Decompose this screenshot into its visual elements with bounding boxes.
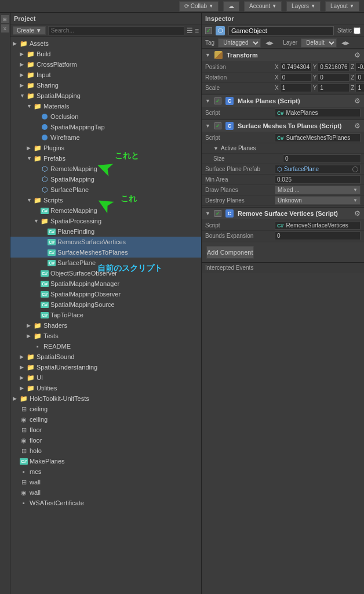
tree-item-spatialprocessing[interactable]: ▼📁SpatialProcessing xyxy=(10,216,201,226)
tree-item-wsatestcertificate[interactable]: ▪WSATestCertificate xyxy=(10,498,201,508)
tree-item-utilities[interactable]: ▶📁Utilities xyxy=(10,383,201,393)
tree-item-sharing[interactable]: ▶📁Sharing xyxy=(10,80,201,90)
surface-plane-prefab-ref[interactable]: ⬡ SurfacePlane xyxy=(275,165,361,173)
cloud-button[interactable]: ☁ xyxy=(223,1,239,12)
tree-item-wall2[interactable]: ◉wall xyxy=(10,487,201,498)
pos-y-input[interactable] xyxy=(318,63,350,71)
left-sidebar: ⊞ X xyxy=(0,13,10,594)
tree-icon-shaders: 📁 xyxy=(34,321,42,329)
rot-y-input[interactable] xyxy=(318,73,350,82)
tree-item-floor2[interactable]: ◉floor xyxy=(10,435,201,446)
surfacemeshestoplanes-settings-icon[interactable]: ⚙ xyxy=(354,122,361,130)
account-button[interactable]: Account ▼ xyxy=(244,1,282,12)
tree-icon-floor2: ◉ xyxy=(20,436,28,444)
tree-item-objectsurfaceobserver[interactable]: C#ObjectSurfaceObserver xyxy=(10,268,201,278)
surfacemeshestoplanes-checkbox[interactable]: ✓ xyxy=(214,122,221,129)
tree-item-removesurfacevertices[interactable]: C#RemoveSurfaceVertices xyxy=(10,237,201,247)
pos-z-input[interactable] xyxy=(355,63,364,71)
makeplanes-header[interactable]: ▼ ✓ C Make Planes (Script) ⚙ xyxy=(202,95,364,107)
tree-item-surfaceplane_prefab[interactable]: ⬡SurfacePlane xyxy=(10,184,201,195)
collab-button[interactable]: ⟳ Collab ▼ xyxy=(179,1,219,12)
tree-item-mcs[interactable]: ▪mcs xyxy=(10,466,201,477)
removesurfacevertices-header[interactable]: ▼ ✓ C Remove Surface Vertices (Script) ⚙ xyxy=(202,208,364,219)
rot-z-input[interactable] xyxy=(355,73,364,82)
scale-x-input[interactable] xyxy=(280,84,312,92)
tree-item-occlusion[interactable]: Occlusion xyxy=(10,111,201,122)
layer-select[interactable]: Default xyxy=(301,38,337,48)
tree-item-ui[interactable]: ▶📁UI xyxy=(10,372,201,383)
tree-item-ceiling1[interactable]: ⊞ceiling xyxy=(10,404,201,414)
min-area-input[interactable] xyxy=(275,175,361,184)
removesurfacevertices-script-ref[interactable]: C# RemoveSurfaceVertices xyxy=(275,221,361,230)
tree-item-surfacemeshestoplanes[interactable]: C#SurfaceMeshesToPlanes xyxy=(10,247,201,258)
tree-item-surfaceplane_script[interactable]: C#SurfacePlane xyxy=(10,258,201,268)
tree-label-wsatestcertificate: WSATestCertificate xyxy=(30,499,84,506)
tree-item-wall1[interactable]: ⊞wall xyxy=(10,477,201,487)
tree-item-taptoplace[interactable]: C#TapToPlace xyxy=(10,310,201,320)
tree-item-spatialmappingobserver[interactable]: C#SpatialMappingObserver xyxy=(10,289,201,299)
removesurfacevertices-checkbox[interactable]: ✓ xyxy=(214,210,221,217)
tree-item-build[interactable]: ▶📁Build xyxy=(10,49,201,59)
scale-z-input[interactable] xyxy=(355,84,364,92)
search-input[interactable] xyxy=(48,26,184,35)
tree-item-shaders[interactable]: ▶📁Shaders xyxy=(10,320,201,331)
add-component-button[interactable]: Add Component xyxy=(206,246,254,259)
tree-item-materials[interactable]: ▼📁Materials xyxy=(10,101,201,111)
tree-item-remotemapping_script[interactable]: C#RemoteMapping xyxy=(10,205,201,216)
tree-item-floor1[interactable]: ⊞floor xyxy=(10,425,201,435)
makeplanes-script-ref[interactable]: C# MakePlanes xyxy=(275,108,361,117)
tree-item-crossplatform[interactable]: ▶📁CrossPlatform xyxy=(10,59,201,70)
tree-item-plugins[interactable]: ▶📁Plugins xyxy=(10,143,201,153)
destroy-planes-dropdown[interactable]: Unknown ▼ xyxy=(275,196,361,205)
size-input[interactable] xyxy=(283,154,361,163)
tree-item-spatialmappingsource[interactable]: C#SpatialMappingSource xyxy=(10,299,201,310)
rot-x-input[interactable] xyxy=(280,73,312,82)
tree-item-spatialmapping_prefab[interactable]: ⬡SpatialMapping xyxy=(10,174,201,184)
tree-item-input[interactable]: ▶📁Input xyxy=(10,70,201,80)
tree-item-wireframe[interactable]: Wireframe xyxy=(10,132,201,143)
tree-item-spatialmapping[interactable]: ▼📁SpatialMapping xyxy=(10,90,201,101)
tree-item-spatialmappingmanager[interactable]: C#SpatialMappingManager xyxy=(10,278,201,289)
tree-item-ceiling2[interactable]: ◉ceiling xyxy=(10,414,201,425)
surfacemeshestoplanes-script-ref[interactable]: C# SurfaceMeshesToPlanes xyxy=(275,133,361,142)
filter-icon[interactable]: ≡ xyxy=(195,27,199,35)
size-row: Size xyxy=(202,154,364,164)
static-checkbox[interactable] xyxy=(354,27,361,34)
create-button[interactable]: Create ▼ xyxy=(13,26,46,35)
makeplanes-settings-icon[interactable]: ⚙ xyxy=(354,97,361,105)
makeplanes-checkbox[interactable]: ✓ xyxy=(214,97,221,104)
tree-item-scripts[interactable]: ▼📁Scripts xyxy=(10,195,201,205)
layers-button[interactable]: Layers ▼ xyxy=(286,1,321,12)
tree-item-prefabs[interactable]: ▼📁Prefabs xyxy=(10,153,201,164)
removesurfacevertices-settings-icon[interactable]: ⚙ xyxy=(354,209,361,218)
tree-item-planefinding[interactable]: C#PlaneFinding xyxy=(10,226,201,237)
bounds-expansion-input[interactable] xyxy=(275,231,361,240)
tree-item-spatialsound[interactable]: ▶📁SpatialSound xyxy=(10,352,201,362)
tree-item-holotoolkitunittests[interactable]: ▶📁HoloToolkit-UnitTests xyxy=(10,393,201,404)
transform-settings-icon[interactable]: ⚙ xyxy=(354,51,361,59)
transform-header[interactable]: ▼ Transform ⚙ xyxy=(202,49,364,61)
surfacemeshestoplanes-header[interactable]: ▼ ✓ C Surface Meshes To Planes (Script) … xyxy=(202,120,364,132)
pos-x-input[interactable] xyxy=(280,63,312,71)
gameobject-name-input[interactable] xyxy=(228,26,334,35)
tree-item-remotemapping_prefab[interactable]: ⬡RemoteMapping xyxy=(10,164,201,174)
view-icon[interactable]: ☰ xyxy=(187,27,193,35)
active-planes-subsection[interactable]: ▼ Active Planes xyxy=(202,143,364,154)
asset-circle-icon[interactable] xyxy=(352,166,358,172)
tree-item-assets[interactable]: ▶📁Assets xyxy=(10,38,201,49)
gameobject-checkbox[interactable]: ✓ xyxy=(205,27,212,34)
file-tree: ▶📁Assets▶📁Build▶📁CrossPlatform▶📁Input▶📁S… xyxy=(10,37,201,509)
tree-item-tests[interactable]: ▶📁Tests xyxy=(10,331,201,341)
inspector-scroll[interactable]: ✓ ⬡ Static Tag Untagged ◀▶ Layer Default xyxy=(202,24,364,594)
tree-item-spatialmappingtap[interactable]: SpatialMappingTap xyxy=(10,122,201,132)
tree-item-holo[interactable]: ⊞holo xyxy=(10,446,201,456)
tree-item-spatialunderstanding[interactable]: ▶📁SpatialUnderstanding xyxy=(10,362,201,372)
tree-item-readme[interactable]: ▪README xyxy=(10,341,201,352)
draw-planes-dropdown[interactable]: Mixed ... ▼ xyxy=(275,186,361,194)
layout-button[interactable]: Layout ▼ xyxy=(325,1,359,12)
tree-label-readme: README xyxy=(43,343,71,350)
scale-y-input[interactable] xyxy=(318,84,350,92)
tree-label-surfaceplane_prefab: SurfacePlane xyxy=(50,186,89,193)
tree-item-makeplanes[interactable]: C#MakePlanes xyxy=(10,456,201,466)
tag-select[interactable]: Untagged xyxy=(218,38,261,48)
